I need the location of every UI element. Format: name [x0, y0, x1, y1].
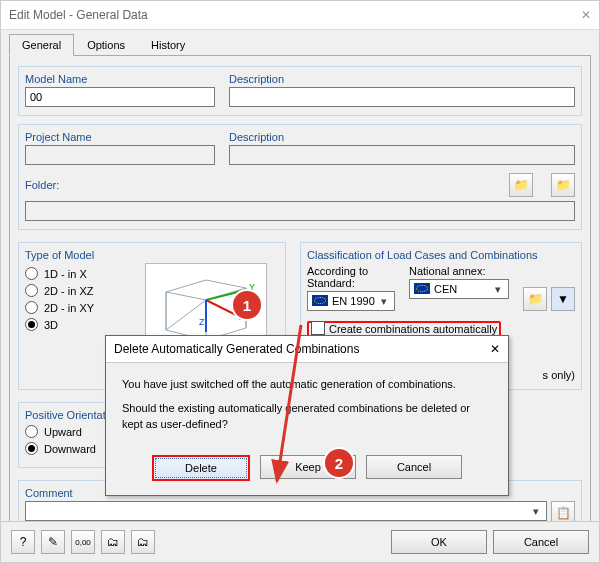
project-desc-input	[229, 145, 575, 165]
svg-text:Z: Z	[199, 317, 205, 327]
footer: ? ✎ 0,00 🗂 🗂 OK Cancel	[1, 521, 599, 562]
standard-combo[interactable]: EN 1990 ▾	[307, 291, 395, 311]
eu-flag-icon	[414, 283, 430, 294]
annex-filter-icon[interactable]: ▼	[551, 287, 575, 311]
pick2-icon[interactable]: 🗂	[131, 530, 155, 554]
main-window: Edit Model - General Data ✕ General Opti…	[0, 0, 600, 563]
radio-2d-xz[interactable]: 2D - in XZ	[25, 284, 125, 297]
auto-combo-label: Create combinations automatically	[329, 323, 497, 335]
ok-button[interactable]: OK	[391, 530, 487, 554]
project-name-input	[25, 145, 215, 165]
tab-options[interactable]: Options	[74, 34, 138, 56]
confirm-dialog: Delete Automatically Generated Combinati…	[105, 335, 509, 496]
comment-combo[interactable]: ▾	[25, 501, 547, 521]
radio-2d-xy[interactable]: 2D - in XY	[25, 301, 125, 314]
dialog-titlebar: Delete Automatically Generated Combinati…	[106, 336, 508, 363]
chevron-down-icon: ▾	[528, 505, 544, 518]
chevron-down-icon: ▾	[490, 283, 506, 296]
annex-edit-icon[interactable]: 📁	[523, 287, 547, 311]
dialog-close-icon[interactable]: ✕	[490, 342, 500, 356]
svg-line-2	[206, 300, 236, 315]
model-name-input[interactable]	[25, 87, 215, 107]
units-icon[interactable]: 0,00	[71, 530, 95, 554]
classification-legend: Classification of Load Cases and Combina…	[307, 249, 575, 261]
folder-path-input	[25, 201, 575, 221]
close-icon[interactable]: ✕	[581, 1, 591, 29]
help-icon[interactable]: ?	[11, 530, 35, 554]
dialog-line1: You have just switched off the automatic…	[122, 377, 492, 393]
model-name-label: Model Name	[25, 73, 215, 85]
type-of-model-legend: Type of Model	[25, 249, 279, 261]
annex-combo[interactable]: CEN ▾	[409, 279, 509, 299]
cancel-button[interactable]: Cancel	[493, 530, 589, 554]
group-project: Project Name Description Folder: 📁 📁	[18, 124, 582, 230]
auto-combo-checkbox[interactable]	[311, 321, 325, 335]
dialog-line2: Should the existing automatically genera…	[122, 401, 492, 433]
folder-label: Folder:	[25, 179, 65, 191]
standard-label: According to Standard:	[307, 265, 395, 289]
chevron-down-icon: ▾	[376, 295, 392, 308]
edit-icon[interactable]: ✎	[41, 530, 65, 554]
model-desc-input[interactable]	[229, 87, 575, 107]
tab-history[interactable]: History	[138, 34, 198, 56]
annex-label: National annex:	[409, 265, 509, 277]
group-model: Model Name Description	[18, 66, 582, 116]
titlebar: Edit Model - General Data ✕	[1, 1, 599, 30]
pick-icon[interactable]: 🗂	[101, 530, 125, 554]
dialog-body: You have just switched off the automatic…	[106, 363, 508, 447]
dialog-title: Delete Automatically Generated Combinati…	[114, 342, 359, 356]
radio-3d[interactable]: 3D	[25, 318, 125, 331]
eu-flag-icon	[312, 295, 328, 306]
tab-strip: General Options History	[9, 34, 591, 56]
window-title: Edit Model - General Data	[9, 1, 148, 29]
dialog-cancel-button[interactable]: Cancel	[366, 455, 462, 479]
radio-1d-x[interactable]: 1D - in X	[25, 267, 125, 280]
dialog-buttons: Delete Keep Cancel	[106, 447, 508, 495]
model-desc-label: Description	[229, 73, 575, 85]
folder-browse2-icon[interactable]: 📁	[551, 173, 575, 197]
tab-general[interactable]: General	[9, 34, 74, 56]
annotation-marker-1: 1	[233, 291, 261, 319]
project-name-label: Project Name	[25, 131, 215, 143]
folder-browse-icon[interactable]: 📁	[509, 173, 533, 197]
annotation-marker-2: 2	[325, 449, 353, 477]
delete-button[interactable]: Delete	[152, 455, 250, 481]
project-desc-label: Description	[229, 131, 575, 143]
